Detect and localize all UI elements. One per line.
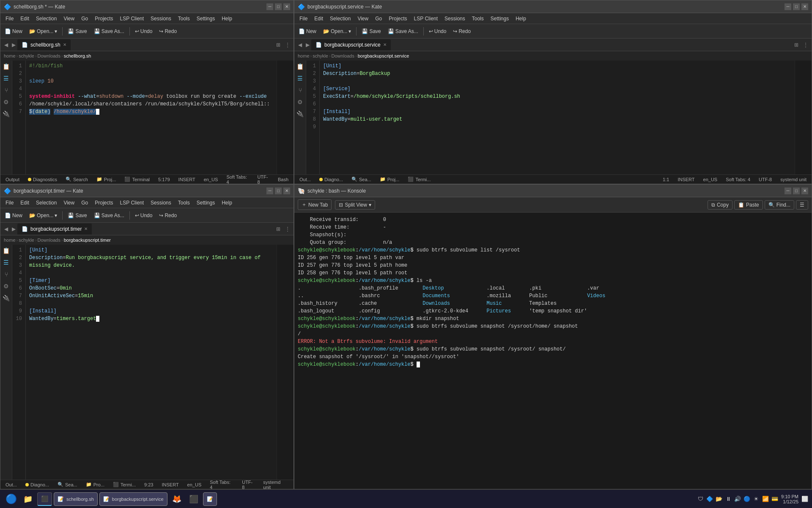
code-text-tl[interactable]: #!/bin/fish sleep 10 systemd-inhibit --w… (26, 61, 277, 174)
code-editor-tr[interactable]: 123456789 [Unit] Description=BorgBackup … (306, 61, 795, 174)
sidebar-outline-bl[interactable]: ☰ (2, 258, 11, 267)
code-editor-tl[interactable]: 1234567 #!/bin/fish sleep 10 systemd-inh… (12, 61, 277, 174)
minimize-btn-bl[interactable]: ─ (266, 188, 273, 194)
menu-go-tr[interactable]: Go (372, 15, 385, 22)
maximize-btn-tr[interactable]: □ (793, 3, 800, 10)
close-btn-tl[interactable]: ✕ (283, 3, 290, 10)
menu-go-bl[interactable]: Go (78, 199, 91, 207)
tab-close-bl[interactable]: ✕ (84, 226, 88, 231)
tray-network-icon[interactable]: 📶 (762, 495, 769, 503)
menu-settings-tr[interactable]: Settings (487, 15, 512, 22)
status-search-tl[interactable]: 🔍 Search (64, 177, 90, 182)
status-output-tl[interactable]: Output (4, 177, 21, 182)
code-editor-bl[interactable]: 12345678910 [Unit] Description=Run borgb… (12, 245, 277, 480)
sidebar-filemgr-tr[interactable]: 📋 (296, 62, 304, 71)
redo-btn-tl[interactable]: ↪ Redo (156, 27, 179, 36)
sidebar-filemgr-bl[interactable]: 📋 (2, 246, 11, 255)
save-as-btn-tl[interactable]: 💾 Save As... (91, 27, 127, 36)
tab-borgtimer[interactable]: 📄 borgbackupscript.timer ✕ (17, 224, 92, 235)
open-btn-bl[interactable]: 📂 Open... ▾ (27, 211, 60, 220)
more-icon-bl[interactable]: ⋮ (283, 225, 292, 233)
redo-btn-tr[interactable]: ↪ Redo (450, 27, 473, 36)
menu-view-tr[interactable]: View (354, 15, 372, 22)
menu-edit-tr[interactable]: Edit (311, 15, 326, 22)
status-diag-tr[interactable]: Diagno... (318, 177, 345, 182)
tab-schellborg[interactable]: 📄 schellborg.sh ✕ (17, 39, 71, 50)
taskbar-terminal[interactable]: ⬛ (186, 491, 201, 507)
tray-wallet-icon[interactable]: 💳 (771, 495, 779, 503)
close-btn-tr[interactable]: ✕ (801, 3, 808, 10)
tray-files-icon[interactable]: 📂 (715, 495, 723, 503)
sidebar-outline-tl[interactable]: ☰ (2, 74, 11, 83)
undo-btn-bl[interactable]: ↩ Undo (132, 211, 155, 220)
tab-nav-prev-bl[interactable]: ◀ (2, 225, 10, 233)
sidebar-git-tr[interactable]: ⑂ (296, 86, 304, 94)
more-icon-tr[interactable]: ⋮ (801, 41, 810, 49)
status-search-bl[interactable]: 🔍 Sea... (56, 482, 79, 487)
taskbar-firefox[interactable]: 🦊 (169, 491, 184, 507)
tab-nav-next-tl[interactable]: ▶ (10, 41, 17, 49)
copy-btn[interactable]: ⧉ Copy (708, 200, 732, 210)
taskbar-konsole[interactable]: ⬛ (37, 492, 52, 506)
sidebar-plugins-tl[interactable]: 🔌 (2, 110, 11, 118)
menu-lsp-bl[interactable]: LSP Client (117, 199, 147, 207)
sidebar-lsp-bl[interactable]: ⚙ (2, 282, 11, 290)
find-btn[interactable]: 🔍 Find... (765, 200, 794, 210)
terminal-content[interactable]: Receive transid: 0 Receive time: - Snaps… (294, 213, 812, 489)
sidebar-plugins-tr[interactable]: 🔌 (296, 110, 304, 118)
menu-selection-tr[interactable]: Selection (326, 15, 354, 22)
new-btn-tl[interactable]: 📄 New (2, 27, 25, 36)
status-terminal-tl[interactable]: ⬛ Terminal (123, 177, 151, 182)
maximize-btn-tl[interactable]: □ (275, 3, 282, 10)
tray-app-icon[interactable]: 🔷 (706, 495, 713, 503)
tray-brightness-icon[interactable]: ☀ (752, 495, 760, 503)
sidebar-filemgr-tl[interactable]: 📋 (2, 62, 11, 71)
taskbar-kate-timer[interactable]: 📝 (203, 492, 217, 506)
menu-file-tr[interactable]: File (296, 15, 311, 22)
more-icon-tl[interactable]: ⋮ (283, 41, 292, 49)
status-search-tr[interactable]: 🔍 Sea... (350, 177, 373, 182)
menu-view-tl[interactable]: View (60, 15, 78, 22)
tray-pause-icon[interactable]: ⏸ (724, 495, 732, 503)
sidebar-git-bl[interactable]: ⑂ (2, 270, 11, 279)
taskbar-files[interactable]: 📁 (20, 491, 36, 507)
tab-close-tl[interactable]: ✕ (63, 42, 66, 47)
menu-sessions-bl[interactable]: Sessions (147, 199, 175, 207)
undo-btn-tl[interactable]: ↩ Undo (132, 27, 155, 36)
menu-view-bl[interactable]: View (60, 199, 78, 207)
code-text-bl[interactable]: [Unit] Description=Run borgbackupscript … (26, 245, 277, 480)
menu-projects-tl[interactable]: Projects (91, 15, 116, 22)
split-icon-bl[interactable]: ⊞ (274, 225, 283, 233)
menu-settings-bl[interactable]: Settings (193, 199, 218, 207)
maximize-btn-bl[interactable]: □ (275, 188, 282, 194)
sidebar-lsp-tl[interactable]: ⚙ (2, 98, 11, 106)
close-btn-bl[interactable]: ✕ (283, 188, 290, 194)
hamburger-btn[interactable]: ☰ (796, 200, 808, 210)
undo-btn-tr[interactable]: ↩ Undo (426, 27, 449, 36)
status-projects-tr[interactable]: 📁 Proj... (378, 177, 401, 182)
menu-edit-tl[interactable]: Edit (17, 15, 33, 22)
menu-projects-tr[interactable]: Projects (385, 15, 410, 22)
tray-shield-icon[interactable]: 🛡 (697, 495, 704, 503)
close-btn-term[interactable]: ✕ (801, 188, 808, 194)
status-terminal-bl[interactable]: ⬛ Termi... (111, 482, 137, 487)
menu-go-tl[interactable]: Go (78, 15, 91, 22)
sidebar-lsp-tr[interactable]: ⚙ (296, 98, 304, 106)
tab-nav-prev-tr[interactable]: ◀ (296, 41, 304, 49)
menu-selection-tl[interactable]: Selection (33, 15, 60, 22)
menu-settings-tl[interactable]: Settings (193, 15, 218, 22)
menu-sessions-tr[interactable]: Sessions (441, 15, 469, 22)
menu-file-tl[interactable]: File (2, 15, 17, 22)
clock[interactable]: 9:10 PM 1/12/25 (781, 494, 798, 504)
menu-help-tr[interactable]: Help (512, 15, 529, 22)
open-btn-tl[interactable]: 📂 Open... ▾ (27, 27, 60, 36)
status-projects-tl[interactable]: 📁 Proj... (95, 177, 118, 182)
sidebar-plugins-bl[interactable]: 🔌 (2, 294, 11, 302)
save-btn-tl[interactable]: 💾 Save (65, 27, 89, 36)
menu-edit-bl[interactable]: Edit (17, 199, 33, 207)
status-diag-bl[interactable]: Diagno... (24, 482, 51, 487)
new-btn-tr[interactable]: 📄 New (296, 27, 319, 36)
menu-tools-tr[interactable]: Tools (469, 15, 487, 22)
sidebar-git-tl[interactable]: ⑂ (2, 86, 11, 94)
tab-nav-prev-tl[interactable]: ◀ (2, 41, 10, 49)
